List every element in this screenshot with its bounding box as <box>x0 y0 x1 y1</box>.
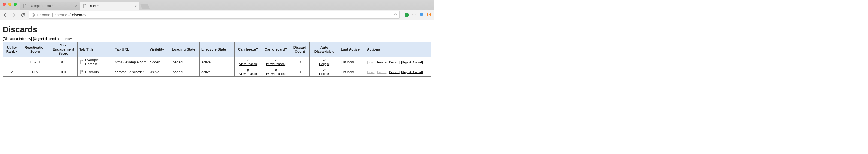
table-header-row: Utility Rank▲ Reactivation Score Site En… <box>3 42 431 57</box>
check-mark-icon: ✔ <box>311 59 337 62</box>
cell-utility-rank: 1 <box>3 57 21 68</box>
col-loading-state[interactable]: Loading State <box>170 42 200 57</box>
browser-tab-0[interactable]: Example Domain × <box>20 2 80 10</box>
col-last-active[interactable]: Last Active <box>339 42 365 57</box>
url-scheme: chrome:// <box>55 13 70 17</box>
discard-now-link[interactable]: [Discard a tab now] <box>3 37 32 41</box>
page-favicon-icon <box>82 4 87 8</box>
cell-auto-discardable: ✔[Toggle] <box>310 68 339 77</box>
browser-chrome: Example Domain × Discards × Chrome | chr… <box>0 0 434 20</box>
overflow-icon[interactable]: ••• <box>412 14 416 17</box>
tab-title-text: Discards <box>85 70 99 74</box>
view-reason-link[interactable]: [View Reason] <box>236 62 260 66</box>
check-mark-icon: ✔ <box>311 69 337 72</box>
extension-circle-icon[interactable] <box>427 12 431 18</box>
page-favicon-icon <box>79 70 84 74</box>
top-action-links: [Discard a tab now] [Urgent discard a ta… <box>3 37 431 41</box>
close-tab-icon[interactable]: × <box>134 4 137 8</box>
tab-bar: Example Domain × Discards × <box>0 0 434 10</box>
close-tab-icon[interactable]: × <box>75 4 77 8</box>
maximize-window-button[interactable] <box>13 3 17 6</box>
cell-site-engagement-score: 0.0 <box>49 68 78 77</box>
tab-title-text: Example Domain <box>85 58 111 66</box>
cell-reactivation-score: N/A <box>21 68 49 77</box>
cell-tab-title: Example Domain <box>78 57 113 68</box>
table-row: 11.57818.1Example Domainhttps://example.… <box>3 57 431 68</box>
cell-site-engagement-score: 8.1 <box>49 57 78 68</box>
view-reason-link[interactable]: [View Reason] <box>264 72 288 75</box>
minimize-window-button[interactable] <box>8 3 11 6</box>
col-visibility[interactable]: Visibility <box>148 42 170 57</box>
cell-loading-state: loaded <box>170 57 200 68</box>
action-discard[interactable]: [Discard] <box>388 71 400 74</box>
col-site-engagement-score[interactable]: Site Engagement Score <box>49 42 78 57</box>
cell-last-active: just now <box>339 68 365 77</box>
view-reason-link[interactable]: [View Reason] <box>236 72 260 75</box>
url-path: discards <box>72 13 86 17</box>
cell-discard-count: 0 <box>290 57 310 68</box>
col-can-freeze[interactable]: Can freeze? <box>235 42 262 57</box>
new-tab-button[interactable] <box>140 4 150 9</box>
cell-discard-count: 0 <box>290 68 310 77</box>
security-label: Chrome <box>37 13 51 17</box>
col-utility-rank[interactable]: Utility Rank▲ <box>3 42 21 57</box>
cell-can-discard: ✔[View Reason] <box>262 57 290 68</box>
separator: | <box>52 13 53 17</box>
cell-reactivation-score: 1.5781 <box>21 57 49 68</box>
svg-point-4 <box>429 14 430 15</box>
action-freeze[interactable]: [Freeze] <box>376 60 387 64</box>
address-bar[interactable]: Chrome | chrome://discards ☆ <box>29 11 400 19</box>
cell-tab-url: chrome://discards/ <box>113 68 148 77</box>
col-actions[interactable]: Actions <box>365 42 431 57</box>
extension-icon[interactable] <box>405 13 409 17</box>
info-icon <box>31 13 35 17</box>
cell-can-freeze: ✘[View Reason] <box>235 68 262 77</box>
tab-title: Discards <box>89 4 101 8</box>
cell-loading-state: loaded <box>170 68 200 77</box>
toggle-link[interactable]: [Toggle] <box>311 72 337 75</box>
cell-actions: [Load] [Freeze] [Discard] [Urgent Discar… <box>365 57 431 68</box>
col-lifecycle-state[interactable]: Lifecycle State <box>200 42 235 57</box>
close-window-button[interactable] <box>3 3 6 6</box>
action-load: [Load] <box>367 60 375 64</box>
check-mark-icon: ✔ <box>264 59 288 62</box>
extension-icons: ••• <box>403 12 431 18</box>
shield-icon[interactable] <box>419 12 424 18</box>
address-bar-row: Chrome | chrome://discards ☆ ••• <box>0 10 434 20</box>
action-discard[interactable]: [Discard] <box>388 60 400 64</box>
action-load: [Load] <box>367 71 375 74</box>
cell-auto-discardable: ✔[Toggle] <box>310 57 339 68</box>
sort-asc-icon: ▲ <box>15 49 18 52</box>
cell-tab-title: Discards <box>78 68 113 77</box>
col-tab-title[interactable]: Tab Title <box>78 42 113 57</box>
col-can-discard[interactable]: Can discard? <box>262 42 290 57</box>
col-discard-count[interactable]: Discard Count <box>290 42 310 57</box>
tab-title: Example Domain <box>29 4 53 8</box>
check-mark-icon: ✔ <box>236 59 260 62</box>
cell-visibility: visible <box>148 68 170 77</box>
col-tab-url[interactable]: Tab URL <box>113 42 148 57</box>
cell-can-discard: ✘[View Reason] <box>262 68 290 77</box>
cell-visibility: hidden <box>148 57 170 68</box>
reload-button[interactable] <box>20 12 25 18</box>
col-reactivation-score[interactable]: Reactivation Score <box>21 42 49 57</box>
discards-table: Utility Rank▲ Reactivation Score Site En… <box>3 42 431 77</box>
toggle-link[interactable]: [Toggle] <box>311 62 337 66</box>
forward-button[interactable] <box>11 12 17 18</box>
back-button[interactable] <box>3 12 8 18</box>
view-reason-link[interactable]: [View Reason] <box>264 62 288 66</box>
svg-rect-2 <box>33 15 33 16</box>
bookmark-star-icon[interactable]: ☆ <box>394 12 397 18</box>
page-favicon-icon <box>22 4 27 8</box>
action-urgent-discard[interactable]: [Urgent Discard] <box>401 71 423 74</box>
urgent-discard-now-link[interactable]: [Urgent discard a tab now] <box>33 37 72 41</box>
page-title: Discards <box>3 25 431 34</box>
svg-point-1 <box>33 14 33 15</box>
browser-tab-1[interactable]: Discards × <box>80 2 140 10</box>
window-controls <box>3 3 17 6</box>
action-urgent-discard[interactable]: [Urgent Discard] <box>401 60 423 64</box>
action-freeze: [Freeze] <box>376 71 387 74</box>
cell-lifecycle-state: active <box>200 57 235 68</box>
check-mark-icon: ✘ <box>264 69 288 72</box>
col-auto-discardable[interactable]: Auto Discardable <box>310 42 339 57</box>
